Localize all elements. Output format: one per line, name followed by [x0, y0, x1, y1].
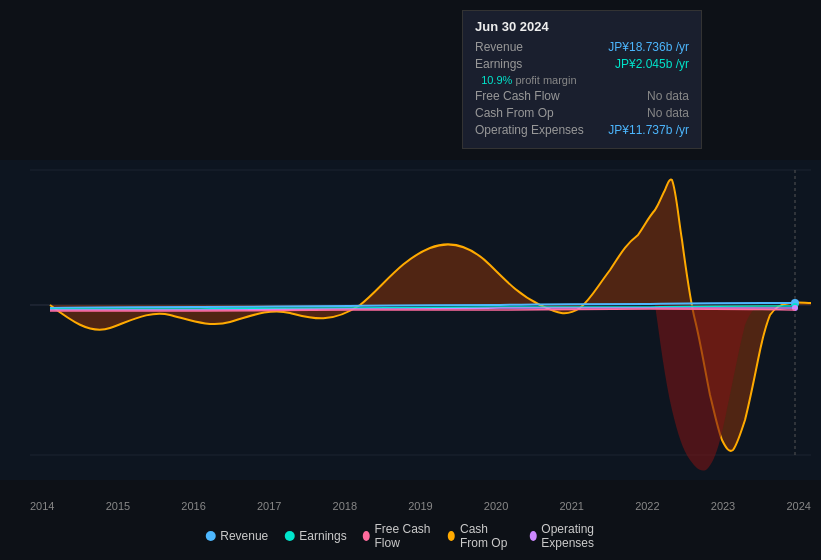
legend: Revenue Earnings Free Cash Flow Cash Fro…: [205, 522, 616, 550]
legend-label-cfo: Cash From Op: [460, 522, 514, 550]
legend-item-cfo[interactable]: Cash From Op: [448, 522, 513, 550]
x-label-2023: 2023: [711, 500, 735, 512]
x-label-2022: 2022: [635, 500, 659, 512]
legend-label-revenue: Revenue: [220, 529, 268, 543]
tooltip-row-opex: Operating Expenses JP¥11.737b /yr: [475, 123, 689, 137]
legend-label-fcf: Free Cash Flow: [374, 522, 432, 550]
x-label-2021: 2021: [559, 500, 583, 512]
tooltip-label-opex: Operating Expenses: [475, 123, 584, 137]
x-label-2018: 2018: [333, 500, 357, 512]
legend-item-revenue[interactable]: Revenue: [205, 529, 268, 543]
x-label-2015: 2015: [106, 500, 130, 512]
tooltip-value-cfo: No data: [647, 106, 689, 120]
legend-item-fcf[interactable]: Free Cash Flow: [363, 522, 433, 550]
legend-dot-revenue: [205, 531, 215, 541]
x-label-2014: 2014: [30, 500, 54, 512]
tooltip-sub-margin: 10.9% profit margin: [475, 74, 689, 86]
main-chart: [0, 160, 821, 480]
legend-dot-opex: [529, 531, 536, 541]
legend-label-earnings: Earnings: [299, 529, 346, 543]
tooltip-value-earnings: JP¥2.045b /yr: [615, 57, 689, 71]
tooltip-row-cfo: Cash From Op No data: [475, 106, 689, 120]
tooltip-row-revenue: Revenue JP¥18.736b /yr: [475, 40, 689, 54]
chart-container: Jun 30 2024 Revenue JP¥18.736b /yr Earni…: [0, 0, 821, 560]
legend-dot-cfo: [448, 531, 455, 541]
legend-item-earnings[interactable]: Earnings: [284, 529, 346, 543]
x-label-2016: 2016: [181, 500, 205, 512]
tooltip-box: Jun 30 2024 Revenue JP¥18.736b /yr Earni…: [462, 10, 702, 149]
tooltip-row-earnings: Earnings JP¥2.045b /yr: [475, 57, 689, 71]
tooltip-label-cfo: Cash From Op: [475, 106, 554, 120]
tooltip-label-fcf: Free Cash Flow: [475, 89, 560, 103]
legend-dot-fcf: [363, 531, 370, 541]
legend-item-opex[interactable]: Operating Expenses: [529, 522, 615, 550]
x-labels: 2014 2015 2016 2017 2018 2019 2020 2021 …: [30, 500, 811, 512]
x-label-2020: 2020: [484, 500, 508, 512]
tooltip-row-fcf: Free Cash Flow No data: [475, 89, 689, 103]
x-label-2017: 2017: [257, 500, 281, 512]
tooltip-value-revenue: JP¥18.736b /yr: [608, 40, 689, 54]
legend-label-opex: Operating Expenses: [541, 522, 615, 550]
tooltip-label-earnings: Earnings: [475, 57, 522, 71]
tooltip-value-fcf: No data: [647, 89, 689, 103]
x-label-2024: 2024: [786, 500, 810, 512]
tooltip-date: Jun 30 2024: [475, 19, 689, 34]
tooltip-value-opex: JP¥11.737b /yr: [608, 123, 689, 137]
tooltip-label-revenue: Revenue: [475, 40, 523, 54]
legend-dot-earnings: [284, 531, 294, 541]
x-label-2019: 2019: [408, 500, 432, 512]
